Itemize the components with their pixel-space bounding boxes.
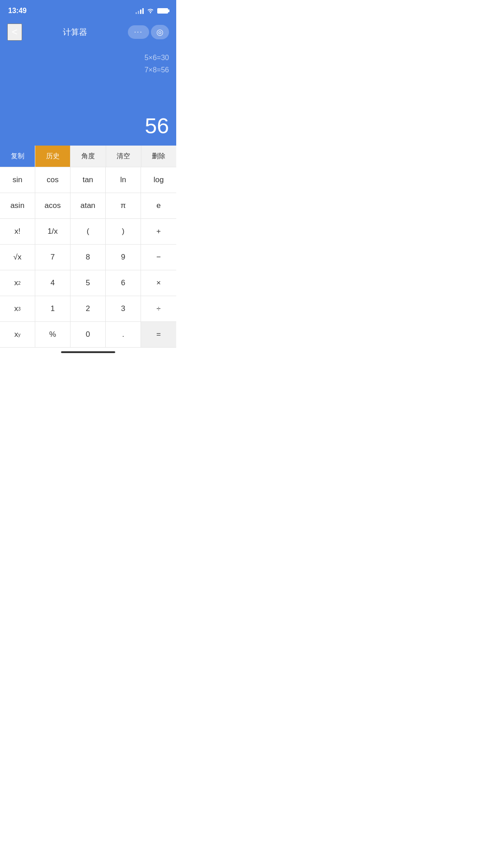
9-key[interactable]: 9 <box>106 245 141 270</box>
home-indicator <box>0 348 176 355</box>
plus-key[interactable]: + <box>141 219 176 245</box>
4-key[interactable]: 4 <box>35 270 70 296</box>
minus-key[interactable]: − <box>141 245 176 270</box>
percent-key[interactable]: % <box>35 322 70 348</box>
e-key[interactable]: e <box>141 193 176 219</box>
acos-key[interactable]: acos <box>35 193 70 219</box>
rparen-key[interactable]: ) <box>106 219 141 245</box>
1-key[interactable]: 1 <box>35 296 70 322</box>
dot-key[interactable]: . <box>106 322 141 348</box>
angle-button[interactable]: 角度 <box>70 146 106 167</box>
home-bar <box>61 351 115 353</box>
6-key[interactable]: 6 <box>106 270 141 296</box>
status-time: 13:49 <box>8 7 27 15</box>
ln-key[interactable]: ln <box>106 167 141 193</box>
x2-key[interactable]: x2 <box>0 270 35 296</box>
status-bar: 13:49 <box>0 0 176 20</box>
app-title: 计算器 <box>63 27 87 38</box>
delete-button[interactable]: 删除 <box>141 146 176 167</box>
3-key[interactable]: 3 <box>106 296 141 322</box>
tan-key[interactable]: tan <box>70 167 106 193</box>
x3-key[interactable]: x3 <box>0 296 35 322</box>
5-key[interactable]: 5 <box>70 270 106 296</box>
xy-key[interactable]: xy <box>0 322 35 348</box>
battery-icon <box>157 8 168 14</box>
2-key[interactable]: 2 <box>70 296 106 322</box>
asin-key[interactable]: asin <box>0 193 35 219</box>
current-result: 56 <box>7 113 169 138</box>
keypad: sin cos tan ln log asin acos atan π e x!… <box>0 167 176 348</box>
log-key[interactable]: log <box>141 167 176 193</box>
action-row: 复制 历史 角度 清空 删除 <box>0 146 176 167</box>
factorial-key[interactable]: x! <box>0 219 35 245</box>
back-button[interactable]: < <box>7 24 22 41</box>
pi-key[interactable]: π <box>106 193 141 219</box>
atan-key[interactable]: atan <box>70 193 106 219</box>
history-line-1: 5×6=30 <box>7 52 169 64</box>
status-icons <box>136 7 168 15</box>
8-key[interactable]: 8 <box>70 245 106 270</box>
sqrt-key[interactable]: √x <box>0 245 35 270</box>
7-key[interactable]: 7 <box>35 245 70 270</box>
multiply-key[interactable]: × <box>141 270 176 296</box>
display-area: 5×6=30 7×8=56 56 <box>0 46 176 146</box>
signal-icon <box>136 8 144 14</box>
eye-button[interactable]: ◎ <box>151 25 169 39</box>
copy-button[interactable]: 复制 <box>0 146 35 167</box>
wifi-icon <box>146 7 155 15</box>
history-display: 5×6=30 7×8=56 <box>7 52 169 76</box>
app-header: < 计算器 ··· ◎ <box>0 20 176 46</box>
history-line-2: 7×8=56 <box>7 64 169 76</box>
clear-button[interactable]: 清空 <box>106 146 141 167</box>
header-actions: ··· ◎ <box>128 25 169 39</box>
history-button[interactable]: 历史 <box>35 146 70 167</box>
cos-key[interactable]: cos <box>35 167 70 193</box>
reciprocal-key[interactable]: 1/x <box>35 219 70 245</box>
more-button[interactable]: ··· <box>128 25 149 39</box>
0-key[interactable]: 0 <box>70 322 106 348</box>
sin-key[interactable]: sin <box>0 167 35 193</box>
divide-key[interactable]: ÷ <box>141 296 176 322</box>
lparen-key[interactable]: ( <box>70 219 106 245</box>
equals-key[interactable]: = <box>141 322 176 348</box>
